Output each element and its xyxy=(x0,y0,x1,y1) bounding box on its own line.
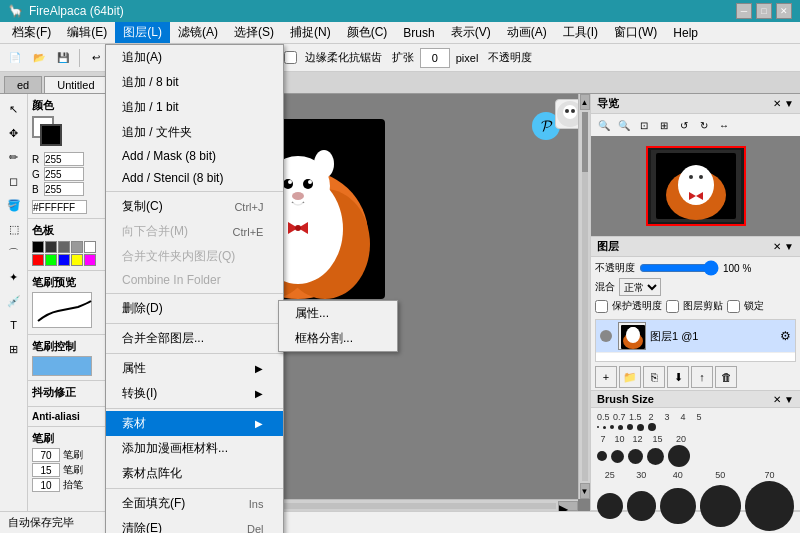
add-folder-button[interactable]: 📁 xyxy=(619,366,641,388)
pen-size-3[interactable] xyxy=(32,478,60,492)
brush-size-dot[interactable] xyxy=(668,445,690,467)
palette-cell[interactable] xyxy=(32,241,44,253)
brush-size-dot[interactable] xyxy=(648,423,656,431)
menu-view[interactable]: 表示(V) xyxy=(443,22,499,43)
nav-rotate-cw[interactable]: ↻ xyxy=(695,116,713,134)
minimize-button[interactable]: ─ xyxy=(736,3,752,19)
r-input[interactable] xyxy=(44,152,84,166)
layer-visibility-dot[interactable] xyxy=(600,330,612,342)
dd-transform[interactable]: 转换(I) ▶ xyxy=(106,381,283,406)
dd-add-manga[interactable]: 添加加漫画框材料... xyxy=(106,436,283,461)
dd-merge-all[interactable]: 合并全部图层... xyxy=(106,326,283,351)
menu-edit[interactable]: 编辑(E) xyxy=(59,22,115,43)
dd-merge-down[interactable]: 向下合并(M) Ctrl+E xyxy=(106,219,283,244)
eraser-tool[interactable]: ◻ xyxy=(3,170,25,192)
menu-layer[interactable]: 图层(L) xyxy=(115,22,170,43)
v-scroll-track[interactable] xyxy=(582,112,588,481)
brush-size-dot[interactable] xyxy=(597,493,623,519)
export-layer-button[interactable]: ↑ xyxy=(691,366,713,388)
lasso-tool[interactable]: ⌒ xyxy=(3,242,25,264)
menu-filter[interactable]: 滤镜(A) xyxy=(170,22,226,43)
v-scroll-up[interactable]: ▲ xyxy=(580,94,590,110)
maximize-button[interactable]: □ xyxy=(756,3,772,19)
dd-add-stencil[interactable]: Add / Stencil (8 bit) xyxy=(106,167,283,189)
dd-rasterize[interactable]: 素材点阵化 xyxy=(106,461,283,486)
expand-input[interactable] xyxy=(420,48,450,68)
brush-size-dot[interactable] xyxy=(627,424,633,430)
brush-size-dot[interactable] xyxy=(611,450,624,463)
menu-help[interactable]: Help xyxy=(665,24,706,42)
palette-cell[interactable] xyxy=(32,254,44,266)
palette-cell[interactable] xyxy=(84,254,96,266)
brush-size-dot[interactable] xyxy=(637,424,644,431)
pen-size-2[interactable] xyxy=(32,463,60,477)
fill-tool[interactable]: 🪣 xyxy=(3,194,25,216)
palette-cell[interactable] xyxy=(58,241,70,253)
palette-cell[interactable] xyxy=(58,254,70,266)
dd-add-mask[interactable]: Add / Mask (8 bit) xyxy=(106,145,283,167)
tab-ed[interactable]: ed xyxy=(4,76,42,93)
new-button[interactable]: 📄 xyxy=(4,47,26,69)
layer-item[interactable]: 图层1 @1 ⚙ xyxy=(596,320,795,353)
nav-zoom-out[interactable]: 🔍 xyxy=(615,116,633,134)
dd-add-1bit[interactable]: 追加 / 1 bit xyxy=(106,95,283,120)
brush-size-dot[interactable] xyxy=(628,449,643,464)
brush-size-dot[interactable] xyxy=(610,425,614,429)
add-layer-button[interactable]: + xyxy=(595,366,617,388)
move-tool[interactable]: ✥ xyxy=(3,122,25,144)
palette-cell[interactable] xyxy=(71,254,83,266)
open-button[interactable]: 📂 xyxy=(28,47,50,69)
text-tool[interactable]: T xyxy=(3,314,25,336)
palette-cell[interactable] xyxy=(45,241,57,253)
dd-properties[interactable]: 属性 ▶ xyxy=(106,356,283,381)
h-scroll-right[interactable]: ▶ xyxy=(558,501,578,511)
opacity-slider[interactable] xyxy=(639,261,719,275)
dd-fill[interactable]: 全面填充(F) Ins xyxy=(106,491,283,516)
magic-wand-tool[interactable]: ✦ xyxy=(3,266,25,288)
dd-delete[interactable]: 删除(D) xyxy=(106,296,283,321)
pen-control-slider[interactable] xyxy=(32,356,92,376)
dd-add-8bit[interactable]: 追加 / 8 bit xyxy=(106,70,283,95)
nav-flip-h[interactable]: ↔ xyxy=(715,116,733,134)
menu-color[interactable]: 颜色(C) xyxy=(339,22,396,43)
dd-clear[interactable]: 清除(E) Del xyxy=(106,516,283,533)
blend-select[interactable]: 正常 xyxy=(619,278,661,296)
brush-tool active[interactable]: ✏ xyxy=(3,146,25,168)
nav-fit[interactable]: ⊡ xyxy=(635,116,653,134)
layer-settings-icon[interactable]: ⚙ xyxy=(780,329,791,343)
menu-animation[interactable]: 动画(A) xyxy=(499,22,555,43)
navigator-close[interactable]: ✕ ▼ xyxy=(773,98,794,109)
dd-combine-folder[interactable]: Combine In Folder xyxy=(106,269,283,291)
palette-cell[interactable] xyxy=(71,241,83,253)
nav-rotate-ccw[interactable]: ↺ xyxy=(675,116,693,134)
brush-size-close[interactable]: ✕ ▼ xyxy=(773,394,794,405)
menu-file[interactable]: 档案(F) xyxy=(4,22,59,43)
hex-input[interactable] xyxy=(32,200,87,214)
b-input[interactable] xyxy=(44,182,84,196)
brush-size-dot[interactable] xyxy=(597,451,607,461)
cursor-tool[interactable]: ↖ xyxy=(3,98,25,120)
brush-size-dot[interactable] xyxy=(745,481,794,531)
protect-opacity-checkbox[interactable] xyxy=(595,300,608,313)
brush-size-dot[interactable] xyxy=(618,425,623,430)
brush-size-dot[interactable] xyxy=(660,488,695,524)
delete-layer-button[interactable]: 🗑 xyxy=(715,366,737,388)
menu-select[interactable]: 选择(S) xyxy=(226,22,282,43)
copy-layer-button[interactable]: ⎘ xyxy=(643,366,665,388)
save-button[interactable]: 💾 xyxy=(52,47,74,69)
palette-cell[interactable] xyxy=(84,241,96,253)
close-button[interactable]: ✕ xyxy=(776,3,792,19)
palette-cell[interactable] xyxy=(45,254,57,266)
layers-close[interactable]: ✕ ▼ xyxy=(773,241,794,252)
eyedropper-tool[interactable]: 💉 xyxy=(3,290,25,312)
merge-layer-button[interactable]: ⬇ xyxy=(667,366,689,388)
menu-brush[interactable]: Brush xyxy=(395,24,442,42)
menu-window[interactable]: 窗口(W) xyxy=(606,22,665,43)
dd-sub-properties[interactable]: 属性... xyxy=(279,301,397,326)
dd-sub-frame-split[interactable]: 框格分割... xyxy=(279,326,397,351)
dd-add[interactable]: 追加(A) xyxy=(106,45,283,70)
brush-size-dot[interactable] xyxy=(597,426,599,428)
g-input[interactable] xyxy=(44,167,84,181)
brush-size-dot[interactable] xyxy=(603,426,606,429)
dd-copy[interactable]: 复制(C) Ctrl+J xyxy=(106,194,283,219)
